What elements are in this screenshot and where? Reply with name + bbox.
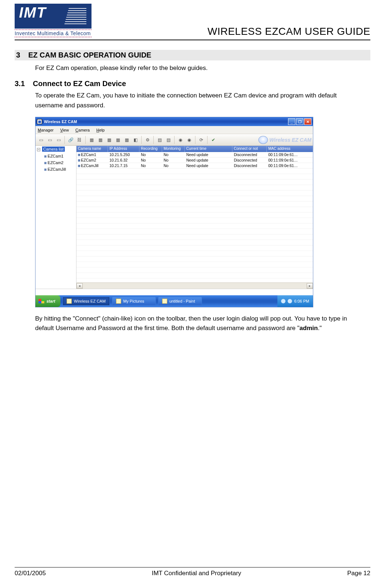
toolbar-btn-2[interactable]: ▭	[46, 136, 54, 144]
taskbar-item[interactable]: untitled - Paint	[158, 297, 202, 306]
view-1-icon[interactable]: ▦	[87, 136, 96, 144]
toolbar-btn-g[interactable]: ✔	[209, 136, 217, 144]
toolbar-btn-1[interactable]: ▭	[37, 136, 45, 144]
start-label: start	[46, 299, 55, 303]
view-2-icon[interactable]: ▦	[96, 136, 104, 144]
col-current-time[interactable]: Current time	[185, 146, 232, 152]
section-31-para1: To operate the EZ Cam, you have to initi…	[35, 91, 357, 110]
menu-camera[interactable]: Camera	[75, 128, 90, 132]
empty-row	[76, 174, 313, 180]
table-row[interactable]: ◙EZCamJill10.21.7.15NoNoNeed updateDisco…	[76, 163, 313, 169]
systray[interactable]: 6:06 PM	[277, 295, 313, 307]
app-icon: ▦	[37, 119, 42, 124]
toolbar-btn-f[interactable]: ⟳	[197, 136, 205, 144]
toolbar-btn-a[interactable]: ⚙	[143, 136, 152, 144]
col-connect[interactable]: Connect or not	[232, 146, 267, 152]
footer-center: IMT Confidential and Proprietary	[152, 570, 241, 577]
page-header: IMT Inventec Multimedia & Telecom WIRELE…	[15, 0, 370, 40]
statusbar	[35, 289, 313, 295]
windows-flag-icon	[38, 299, 44, 303]
table-row[interactable]: ◙EZCam210.21.6.32NoNoNeed updateDisconne…	[76, 158, 313, 163]
camera-icon: ◙	[78, 158, 80, 162]
tray-icon[interactable]	[281, 299, 285, 303]
view-3-icon[interactable]: ▦	[105, 136, 113, 144]
tree-item[interactable]: ◙EZCamJill	[44, 167, 75, 171]
empty-row	[76, 196, 313, 201]
brand-tag-text: Wireless EZ CAM	[269, 137, 311, 143]
camera-icon: ◙	[44, 167, 46, 171]
empty-row	[76, 185, 313, 191]
maximize-button[interactable]: ❐	[296, 118, 303, 125]
taskbar: start Wireless EZ CAM My Pictures untitl…	[35, 295, 313, 307]
tree-root[interactable]: Camera list	[42, 147, 65, 152]
menu-manager[interactable]: Manager	[38, 128, 53, 132]
empty-row	[76, 278, 313, 282]
toolbar-btn-d[interactable]: ◉	[176, 136, 184, 144]
scroll-right-icon[interactable]: ▸	[307, 283, 313, 289]
empty-row	[76, 229, 313, 234]
footer-date: 02/01/2005	[15, 570, 46, 577]
scroll-left-icon[interactable]: ◂	[76, 283, 83, 289]
webcam-icon	[258, 136, 268, 144]
tree-item[interactable]: ◙EZCam1	[44, 154, 75, 158]
toolbar-btn-c[interactable]: ▤	[164, 136, 172, 144]
close-button[interactable]: ✕	[304, 118, 311, 125]
empty-row	[76, 245, 313, 251]
task-icon	[116, 299, 121, 304]
tray-icon[interactable]	[288, 299, 292, 303]
start-button[interactable]: start	[35, 295, 60, 307]
col-monitoring[interactable]: Monitoring	[162, 146, 185, 152]
connect-icon[interactable]: 🔗	[67, 136, 75, 144]
empty-row	[76, 201, 313, 207]
grid-header: Camera name IP Address Recording Monitor…	[76, 146, 313, 152]
section-title: EZ CAM BASIC OPERATION GUIDE	[28, 51, 151, 59]
empty-row	[76, 223, 313, 229]
menubar: Manager View Camera Help	[35, 126, 313, 134]
disconnect-icon[interactable]: ⛓	[75, 136, 83, 144]
col-mac[interactable]: MAC address	[267, 146, 313, 152]
tree-item[interactable]: ◙EZCam2	[44, 160, 75, 165]
h-scrollbar[interactable]: ◂ ▸	[76, 282, 313, 289]
table-row[interactable]: ◙EZCam110.21.5.250NoNoNeed updateDisconn…	[76, 152, 313, 158]
camera-icon: ◙	[78, 152, 80, 157]
camera-icon: ◙	[44, 161, 46, 165]
section-3-intro: For EZ Cam operation, please kindly refe…	[35, 63, 357, 73]
empty-row	[76, 240, 313, 245]
minimize-button[interactable]: _	[288, 118, 295, 125]
empty-row	[76, 251, 313, 256]
grid-pane: Camera name IP Address Recording Monitor…	[76, 146, 313, 289]
doc-title: WIRELESS EZCAM USER GUIDE	[208, 26, 370, 37]
tree-pane[interactable]: − Camera list ◙EZCam1 ◙EZCam2 ◙EZCamJill	[35, 146, 76, 289]
menu-view[interactable]: View	[60, 128, 69, 132]
menu-help[interactable]: Help	[96, 128, 105, 132]
empty-row	[76, 180, 313, 185]
brand-tag: Wireless EZ CAM	[258, 136, 311, 144]
app-window: ▦ Wireless EZ CAM _ ❐ ✕ Manager View Cam…	[35, 117, 313, 307]
col-ip-address[interactable]: IP Address	[108, 146, 139, 152]
titlebar[interactable]: ▦ Wireless EZ CAM _ ❐ ✕	[35, 117, 313, 126]
grid-body[interactable]: ◙EZCam110.21.5.250NoNoNeed updateDisconn…	[76, 152, 313, 282]
empty-row	[76, 273, 313, 278]
empty-row	[76, 169, 313, 174]
taskbar-item[interactable]: My Pictures	[112, 297, 156, 306]
tree-collapse-icon[interactable]: −	[37, 148, 40, 151]
view-4-icon[interactable]: ▦	[114, 136, 122, 144]
taskbar-item[interactable]: Wireless EZ CAM	[63, 297, 110, 306]
task-icon	[162, 299, 167, 304]
empty-row	[76, 207, 313, 212]
view-6-icon[interactable]: ◧	[131, 136, 139, 144]
view-5-icon[interactable]: ▦	[123, 136, 131, 144]
logo-block: IMT Inventec Multimedia & Telecom	[15, 4, 91, 37]
toolbar-btn-e[interactable]: ◉	[185, 136, 193, 144]
toolbar: ▭ ▭ ▭ 🔗 ⛓ ▦ ▦ ▦ ▦ ▦ ◧ ⚙ ▤ ▤ ◉ ◉ ⟳ ✔ Wire…	[35, 134, 313, 146]
empty-row	[76, 256, 313, 262]
subsection-number: 3.1	[15, 79, 25, 88]
col-camera-name[interactable]: Camera name	[76, 146, 108, 152]
toolbar-btn-b[interactable]: ▤	[156, 136, 164, 144]
camera-icon: ◙	[44, 154, 46, 158]
toolbar-btn-3[interactable]: ▭	[55, 136, 63, 144]
logo-box: IMT	[15, 4, 91, 29]
subsection-title: Connect to EZ Cam Device	[33, 79, 126, 88]
col-recording[interactable]: Recording	[139, 146, 162, 152]
empty-row	[76, 234, 313, 240]
